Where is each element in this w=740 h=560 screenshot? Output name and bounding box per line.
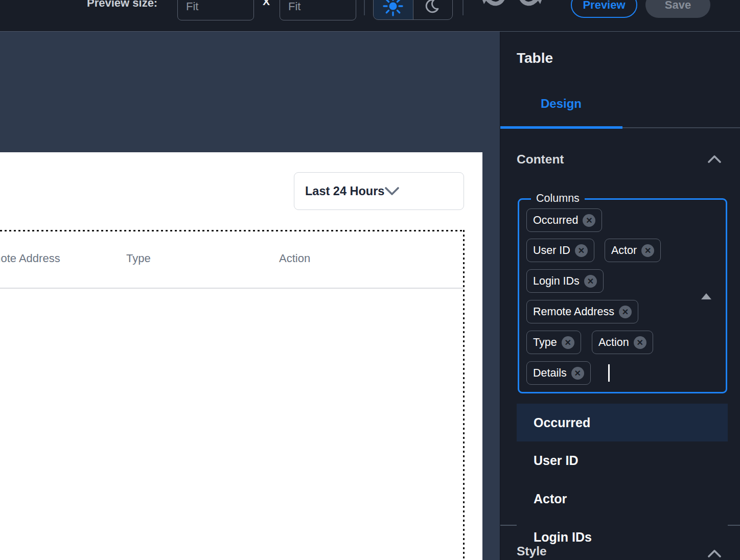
selection-border-right — [463, 230, 465, 560]
component-title: Table — [517, 50, 553, 66]
top-toolbar: Preview size: X — [0, 0, 740, 32]
list-item-label: Occurred — [534, 415, 590, 430]
selection-border-top — [0, 230, 465, 231]
time-range-select[interactable]: Last 24 Hours — [294, 172, 464, 210]
list-item-label: Actor — [534, 492, 567, 506]
preview-size-label: Preview size: — [87, 0, 157, 10]
column-list-item-occurred[interactable]: Occurred — [517, 404, 728, 441]
pill-label: Remote Address — [533, 306, 614, 318]
remove-icon[interactable]: ✕ — [571, 367, 584, 380]
column-list-item-user-id[interactable]: User ID — [517, 441, 728, 480]
column-pill-details[interactable]: Details ✕ — [526, 361, 591, 385]
pill-label: Actor — [611, 244, 637, 257]
columns-field[interactable]: Columns Occurred ✕ User ID ✕ Actor ✕ Log… — [518, 198, 727, 393]
size-separator-label: X — [263, 0, 270, 8]
pill-label: Login IDs — [533, 275, 580, 288]
remove-icon[interactable]: ✕ — [584, 275, 597, 288]
remove-icon[interactable]: ✕ — [641, 244, 654, 257]
active-tab-indicator — [500, 126, 622, 129]
column-pill-login-ids[interactable]: Login IDs ✕ — [526, 269, 604, 293]
column-pill-action[interactable]: Action ✕ — [592, 331, 653, 354]
tab-design[interactable]: Design — [541, 97, 582, 111]
undo-icon[interactable] — [478, 0, 506, 13]
table-column-header-remote-address: Remote Address — [0, 252, 60, 265]
style-section-divider — [728, 525, 740, 526]
column-pill-user-id[interactable]: User ID ✕ — [526, 239, 594, 262]
moon-icon — [423, 0, 443, 16]
light-theme-button[interactable] — [374, 0, 413, 19]
preview-width-input[interactable] — [177, 0, 254, 20]
preview-height-input[interactable] — [280, 0, 356, 20]
app-preview-panel: Last 24 Hours Remote Address Type Action — [0, 152, 482, 560]
builder-canvas: Last 24 Hours Remote Address Type Action — [0, 32, 500, 560]
save-button[interactable]: Save — [645, 0, 710, 18]
theme-toggle — [373, 0, 453, 20]
sun-icon — [383, 0, 403, 16]
table-column-header-action: Action — [279, 252, 310, 265]
redo-icon[interactable] — [518, 0, 546, 13]
remove-icon[interactable]: ✕ — [619, 306, 632, 318]
pill-label: Details — [533, 367, 567, 380]
column-pill-type[interactable]: Type ✕ — [526, 331, 581, 354]
remove-icon[interactable]: ✕ — [583, 214, 595, 227]
remove-icon[interactable]: ✕ — [575, 244, 588, 257]
table-column-header-type: Type — [126, 252, 151, 265]
time-range-value: Last 24 Hours — [305, 184, 384, 198]
table-header-divider — [0, 288, 463, 289]
preview-button[interactable]: Preview — [571, 0, 637, 18]
chevron-down-icon — [384, 186, 400, 196]
remove-icon[interactable]: ✕ — [634, 336, 646, 349]
pill-label: Action — [598, 336, 629, 349]
columns-field-legend: Columns — [531, 192, 585, 205]
style-section-divider — [500, 525, 517, 526]
content-section-header: Content — [517, 152, 564, 167]
column-list-item-actor[interactable]: Actor — [517, 480, 728, 518]
column-pill-actor[interactable]: Actor ✕ — [605, 239, 661, 262]
pill-label: User ID — [533, 244, 570, 257]
dark-theme-button[interactable] — [413, 0, 453, 19]
pill-label: Type — [533, 336, 557, 349]
column-pill-remote-address[interactable]: Remote Address ✕ — [526, 300, 638, 323]
collapse-triangle-icon[interactable] — [701, 293, 711, 299]
column-list-item-login-ids[interactable]: Login IDs — [517, 518, 728, 556]
toolbar-divider — [462, 0, 464, 15]
chevron-up-icon[interactable] — [707, 154, 722, 164]
remove-icon[interactable]: ✕ — [562, 336, 574, 349]
settings-sidebar: Table Design Content Columns Occurred ✕ … — [500, 32, 740, 560]
toolbar-divider — [364, 0, 365, 15]
list-item-label: Login IDs — [534, 530, 592, 545]
text-cursor — [608, 364, 610, 382]
pill-label: Occurred — [533, 214, 578, 227]
list-item-label: User ID — [534, 453, 579, 468]
column-pill-occurred[interactable]: Occurred ✕ — [526, 208, 602, 232]
